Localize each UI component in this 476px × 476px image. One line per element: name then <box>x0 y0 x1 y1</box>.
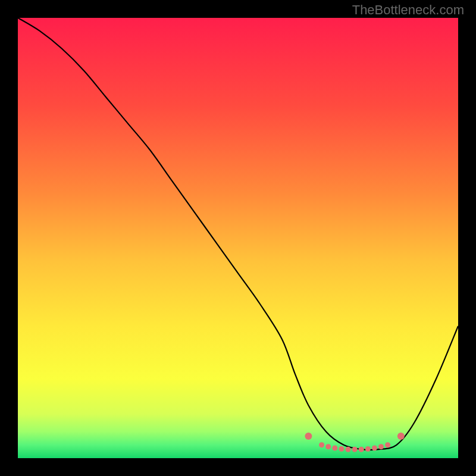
chart-container: TheBottleneck.com <box>0 0 476 476</box>
curve-layer <box>18 18 458 458</box>
optimal-marker-dot <box>346 447 351 452</box>
optimal-range-markers <box>305 433 404 452</box>
optimal-marker-dot <box>325 444 331 449</box>
optimal-marker-dot <box>378 444 384 449</box>
bottleneck-curve <box>18 18 458 450</box>
optimal-marker-dot <box>359 447 364 452</box>
optimal-marker-dot <box>319 442 324 447</box>
optimal-marker-dot <box>352 447 358 452</box>
optimal-marker-dot <box>372 445 377 450</box>
optimal-marker-dot <box>365 446 371 452</box>
optimal-marker-dot <box>385 442 390 447</box>
optimal-marker-dot <box>397 433 405 440</box>
optimal-marker-dot <box>305 433 312 440</box>
optimal-marker-dot <box>332 445 337 450</box>
watermark-text: TheBottleneck.com <box>352 2 464 18</box>
optimal-marker-dot <box>339 446 344 452</box>
plot-area <box>18 18 458 458</box>
